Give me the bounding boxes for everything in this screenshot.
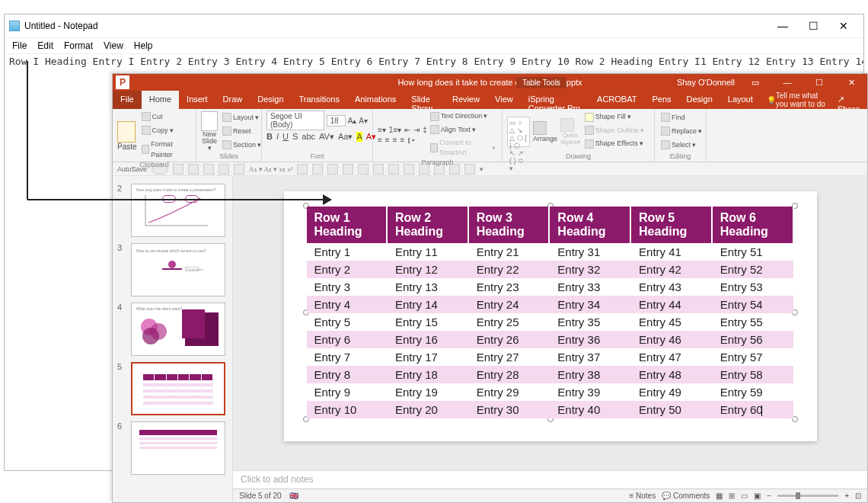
tab-view[interactable]: View [487, 91, 521, 109]
table-cell[interactable]: Entry 22 [468, 261, 550, 278]
tab-pens[interactable]: Pens [644, 91, 678, 109]
qat-btn[interactable] [219, 164, 229, 175]
arrange-button[interactable]: Arrange [533, 135, 557, 143]
slide-thumbnail-4[interactable]: What does the client want? [131, 303, 225, 356]
table-cell[interactable]: Entry 12 [387, 261, 468, 278]
tab-review[interactable]: Review [445, 91, 487, 109]
layout-button[interactable]: Layout ▾ [221, 111, 260, 123]
table-cell[interactable]: Entry 42 [630, 261, 712, 278]
qat-btn[interactable] [297, 164, 308, 175]
tab-acrobat[interactable]: ACROBAT [589, 91, 644, 109]
justify-button[interactable]: ≡ [400, 136, 405, 144]
notes-button[interactable]: ≡ Notes [629, 492, 656, 500]
table-cell[interactable]: Entry 17 [387, 348, 468, 366]
minimize-button[interactable]: — [776, 78, 799, 87]
data-table[interactable]: Row 1HeadingRow 2HeadingRow 3HeadingRow … [307, 207, 794, 418]
table-cell[interactable]: Entry 43 [630, 278, 712, 296]
menu-view[interactable]: View [104, 40, 123, 51]
table-cell[interactable]: Entry 57 [712, 348, 793, 366]
grow-font-icon[interactable]: A▴ [348, 117, 357, 125]
table-cell[interactable]: Entry 40 [549, 401, 630, 418]
font-family-select[interactable]: Segoe UI (Body) [266, 111, 324, 130]
paste-button[interactable]: Paste [117, 143, 137, 151]
table-cell[interactable]: Entry 36 [549, 331, 630, 348]
underline-button[interactable]: U [282, 132, 289, 142]
table-cell[interactable]: Entry 6 [307, 331, 387, 348]
bullets-button[interactable]: ≡▾ [378, 126, 386, 134]
slide-thumbnails-panel[interactable]: 2 How long does it take to create a pres… [113, 176, 233, 502]
table-cell[interactable]: Entry 29 [468, 383, 550, 401]
table-cell[interactable]: Entry 31 [549, 243, 630, 261]
menu-edit[interactable]: Edit [37, 40, 53, 51]
columns-button[interactable]: ⫿▾ [407, 136, 415, 144]
language-indicator[interactable]: 🇬🇧 [289, 492, 298, 500]
slide-thumbnail-2[interactable]: How long does it take to create a presen… [131, 184, 225, 237]
numbering-button[interactable]: 1≡▾ [389, 126, 401, 134]
table-cell[interactable]: Entry 48 [630, 366, 712, 383]
table-cell[interactable]: Entry 11 [387, 243, 468, 261]
table-cell[interactable]: Entry 33 [549, 278, 630, 296]
table-cell[interactable]: Entry 3 [307, 278, 387, 296]
minimize-button[interactable]: — [767, 18, 798, 34]
cut-button[interactable]: Cut [140, 111, 164, 123]
ppt-titlebar[interactable]: P How long does it take to create eLearn… [113, 74, 867, 91]
reading-view-button[interactable]: ▭ [741, 492, 748, 500]
zoom-out-button[interactable]: − [767, 492, 771, 500]
find-button[interactable]: Find [659, 111, 687, 123]
notes-pane[interactable]: Click to add notes [233, 470, 867, 489]
close-button[interactable]: ✕ [840, 78, 863, 88]
smartart-button[interactable]: Convert to SmartArt ▾ [429, 137, 497, 159]
share-button[interactable]: ↗ Share [830, 91, 867, 109]
table-cell[interactable]: Entry 28 [468, 366, 550, 383]
table-cell[interactable]: Entry 54 [712, 296, 793, 313]
table-cell[interactable]: Entry 53 [712, 278, 793, 296]
table-cell[interactable]: Entry 24 [468, 296, 550, 313]
table-cell[interactable]: Entry 52 [712, 261, 793, 278]
table-cell[interactable]: Entry 35 [549, 313, 630, 331]
new-slide-button[interactable]: NewSlide ▾ [201, 131, 218, 152]
slide-thumbnail-5[interactable] [131, 362, 225, 415]
qat-btn[interactable] [327, 164, 338, 175]
table-cell[interactable]: Entry 21 [468, 243, 550, 261]
table-cell[interactable]: Entry 2 [307, 261, 387, 278]
paste-icon[interactable] [117, 121, 136, 143]
table-cell[interactable]: Entry 56 [712, 331, 793, 348]
table-cell[interactable]: Entry 41 [630, 243, 712, 261]
copy-button[interactable]: Copy ▾ [140, 124, 175, 136]
zoom-in-button[interactable]: + [844, 492, 849, 500]
slide-thumbnail-6[interactable] [131, 421, 225, 475]
sorter-view-button[interactable]: ⊞ [729, 492, 735, 500]
tab-animations[interactable]: Animations [347, 91, 404, 109]
table-cell[interactable]: Entry 19 [387, 383, 468, 401]
select-button[interactable]: Select ▾ [659, 139, 697, 151]
table-cell[interactable]: Entry 18 [387, 366, 468, 383]
align-right-button[interactable]: ≡ [393, 136, 397, 144]
replace-button[interactable]: Replace ▾ [659, 125, 704, 137]
highlight-button[interactable]: A [356, 132, 362, 142]
text-direction-button[interactable]: Text Direction ▾ [429, 111, 490, 122]
shrink-font-icon[interactable]: A▾ [359, 117, 368, 125]
tab-home[interactable]: Home [142, 91, 179, 109]
table-cell[interactable]: Entry 44 [630, 296, 712, 313]
table-cell[interactable]: Entry 30 [468, 401, 550, 418]
table-cell[interactable]: Entry 47 [630, 348, 712, 366]
tab-insert[interactable]: Insert [179, 91, 215, 109]
table-cell[interactable]: Entry 59 [712, 383, 793, 401]
table-cell[interactable]: Entry 23 [468, 278, 550, 296]
table-cell[interactable]: Entry 4 [307, 296, 387, 313]
table-cell[interactable]: Entry 45 [630, 313, 712, 331]
restore-button[interactable]: ☐ [808, 78, 831, 88]
table-cell[interactable]: Entry 13 [387, 278, 468, 296]
notepad-textarea[interactable]: Row I Heading Entry I Entry 2 Entry 3 En… [5, 54, 863, 69]
table-cell[interactable]: Entry 26 [468, 331, 550, 348]
table-cell[interactable]: Entry 7 [307, 348, 387, 366]
table-cell[interactable]: Entry 9 [307, 383, 387, 401]
table-cell[interactable]: Entry 50 [630, 401, 712, 418]
arrange-icon[interactable] [533, 121, 547, 135]
maximize-button[interactable]: ☐ [798, 18, 828, 34]
table-selection[interactable]: Row 1HeadingRow 2HeadingRow 3HeadingRow … [307, 207, 794, 418]
table-cell[interactable]: Entry 39 [549, 383, 630, 401]
menu-help[interactable]: Help [134, 40, 153, 51]
table-cell[interactable]: Entry 20 [387, 401, 468, 418]
slideshow-view-button[interactable]: ▣ [754, 492, 761, 500]
